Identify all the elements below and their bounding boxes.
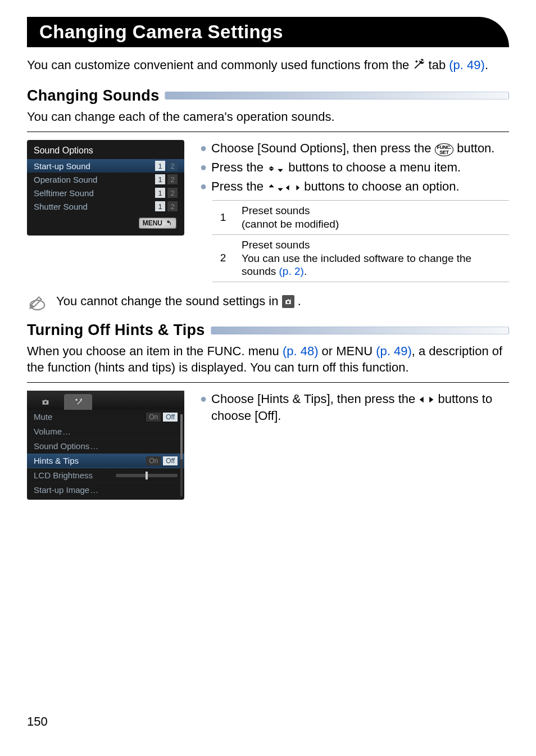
lcd2-tabs	[27, 391, 184, 410]
lcd2-label: Start-up Image	[34, 485, 97, 495]
section-1-heading: Changing Sounds	[27, 87, 159, 105]
lcd2-row-soundoptions: Sound Options	[27, 439, 184, 454]
func-menu-link[interactable]: (p. 48)	[283, 344, 319, 358]
lcd2-row-volume: Volume	[27, 424, 184, 439]
note-text: You cannot change the sound settings in …	[56, 292, 301, 310]
option-key-2: 2	[215, 252, 231, 264]
camera-tab-icon	[31, 394, 60, 410]
bullet-1-text: Choose [Sound Options], then press the F…	[211, 140, 509, 157]
lcd-opt-active: 1	[155, 174, 165, 184]
section-bar	[211, 327, 509, 334]
onoff-on: On	[146, 456, 161, 465]
onoff-on: On	[146, 413, 161, 422]
section-2-heading: Turning Off Hints & Tips	[27, 322, 205, 339]
lcd2-label: Hints & Tips	[34, 456, 79, 465]
lcd2-row-mute: Mute OnOff	[27, 410, 184, 424]
note-row: You cannot change the sound settings in …	[27, 292, 509, 311]
sound-option-table: 1 Preset sounds (cannot be modified) 2 P…	[212, 200, 509, 282]
option-val-2: Preset sounds You can use the included s…	[242, 238, 507, 278]
lcd-opt-inactive: 2	[167, 201, 178, 211]
lcd-row-label: Shutter Sound	[34, 202, 88, 211]
lcd2-label: LCD Brightness	[34, 470, 93, 480]
lcd-menu-back: MENU	[27, 213, 184, 229]
lcd-row-operation: Operation Sound 12	[27, 173, 184, 186]
lcd2-label: Volume	[34, 427, 70, 436]
bullet-icon: ●	[200, 159, 207, 176]
lcd-row-shutter: Shutter Sound 12	[27, 200, 184, 213]
sound-options-screenshot: Sound Options Start-up Sound 12 Operatio…	[27, 140, 184, 236]
pencil-note-icon	[27, 292, 46, 311]
lcd2-scrollbar	[180, 414, 183, 496]
lcd2-row-brightness: LCD Brightness	[27, 468, 184, 483]
lcd2-label: Mute	[34, 412, 52, 422]
lcd-title: Sound Options	[27, 146, 184, 159]
option-2-link[interactable]: (p. 2)	[279, 265, 304, 277]
lcd-row-label: Operation Sound	[34, 175, 97, 184]
lcd-opt-active: 1	[155, 161, 165, 171]
lcd-row-label: Start-up Sound	[34, 161, 90, 171]
lcd2-label: Sound Options	[34, 441, 97, 451]
bullet-icon: ●	[200, 140, 207, 157]
func-set-button-icon: FUNC.SET	[435, 143, 454, 156]
menu-link[interactable]: (p. 49)	[376, 344, 412, 358]
lcd-row-label: Selftimer Sound	[34, 188, 94, 198]
lcd-row-selftimer: Selftimer Sound 12	[27, 186, 184, 200]
lcd-opt-inactive: 2	[167, 174, 178, 184]
intro-page-link[interactable]: (p. 49)	[449, 58, 485, 72]
section-1-instructions: ● Choose [Sound Options], then press the…	[200, 140, 509, 282]
section-2-bullet-text: Choose [Hints & Tips], then press the bu…	[211, 391, 509, 424]
bullet-icon: ●	[200, 178, 207, 195]
up-down-arrows-icon	[267, 164, 285, 173]
intro-text-pre: You can customize convenient and commonl…	[27, 58, 412, 72]
section-2-desc: When you choose an item in the FUNC. men…	[27, 343, 509, 375]
section-1-heading-row: Changing Sounds	[27, 87, 509, 105]
intro-text-post: tab	[425, 58, 449, 72]
hints-tips-screenshot: Mute OnOff Volume Sound Options Hints & …	[27, 391, 184, 500]
section-2-instructions: ● Choose [Hints & Tips], then press the …	[200, 391, 509, 426]
wrench-icon	[412, 58, 425, 75]
option-val-1: Preset sounds (cannot be modified)	[242, 204, 507, 231]
divider	[27, 132, 509, 132]
lcd-opt-active: 1	[155, 201, 165, 211]
option-key-1: 1	[215, 211, 231, 224]
lcd2-row-hints: Hints & Tips OnOff	[27, 454, 184, 468]
divider	[27, 382, 509, 383]
lcd-opt-inactive: 2	[167, 188, 178, 198]
left-right-arrows-icon	[419, 395, 434, 405]
mode-icon	[282, 295, 294, 308]
onoff-off: Off	[163, 413, 178, 422]
tools-tab-icon	[64, 394, 92, 410]
bullet-3-text: Press the buttons to choose an option.	[211, 178, 509, 195]
note-punct: .	[294, 294, 301, 308]
bullet-2-text: Press the buttons to choose a menu item.	[211, 159, 509, 176]
lcd-opt-inactive: 2	[167, 161, 178, 171]
undo-icon	[165, 220, 172, 227]
intro-trailing: .	[485, 58, 488, 72]
section-1-desc: You can change each of the camera's oper…	[27, 109, 509, 125]
section-2-heading-row: Turning Off Hints & Tips	[27, 322, 509, 339]
page-number: 150	[27, 714, 48, 729]
lcd-opt-active: 1	[155, 188, 165, 198]
brightness-slider	[116, 474, 178, 477]
menu-label: MENU	[143, 219, 162, 227]
bullet-icon: ●	[200, 391, 207, 424]
page-title: Changing Camera Settings	[39, 21, 497, 43]
all-arrows-icon	[267, 183, 301, 192]
lcd-row-startup: Start-up Sound 12	[27, 159, 184, 173]
page-title-banner: Changing Camera Settings	[27, 17, 509, 47]
lcd2-row-startupimage: Start-up Image	[27, 483, 184, 497]
intro-paragraph: You can customize convenient and commonl…	[27, 57, 509, 75]
section-bar	[165, 92, 509, 99]
onoff-off: Off	[163, 456, 178, 465]
